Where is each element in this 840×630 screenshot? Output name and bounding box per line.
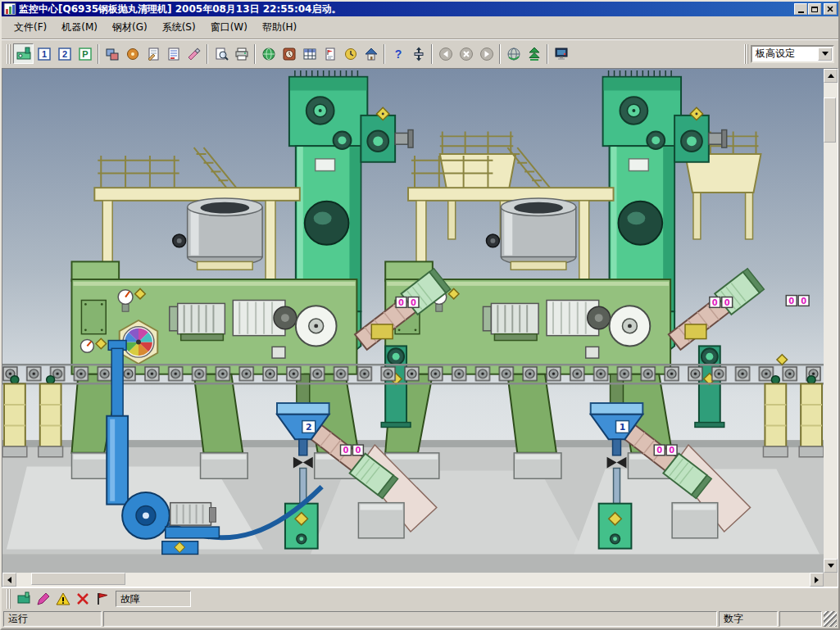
flag-button[interactable]: [93, 590, 111, 608]
fault-label: 故障: [120, 592, 140, 606]
numlock-indicator: 数字: [719, 611, 778, 627]
status-icon-row: 故障: [2, 587, 838, 610]
vertical-scrollbar-thumb[interactable]: [824, 97, 836, 143]
menu-window[interactable]: 窗口(W): [203, 16, 255, 39]
stop-nav-button[interactable]: [456, 43, 476, 64]
scroll-up-button[interactable]: [824, 69, 838, 83]
monitor-icon: [554, 47, 569, 61]
vertical-scrollbar-track[interactable]: [824, 83, 838, 559]
vertical-scrollbar[interactable]: [824, 69, 838, 573]
toolbar-separator: [384, 44, 385, 64]
stop-nav-icon: [459, 47, 474, 61]
maximize-button[interactable]: [808, 3, 821, 15]
run-globe-button[interactable]: [258, 43, 279, 64]
run-screen-icon: [16, 591, 31, 606]
net-alarm-icon: [282, 47, 297, 61]
toolbar-grip[interactable]: [744, 44, 748, 64]
print-button[interactable]: [231, 43, 252, 64]
adjust-button[interactable]: [408, 43, 429, 64]
app-window: 监控中心[Q6935钢板抛丸清理机] 2005年08月13日 22:55:04启…: [0, 0, 840, 630]
resize-grip[interactable]: [824, 611, 837, 627]
horizontal-scrollbar-thumb[interactable]: [31, 573, 125, 585]
toolbar-separator: [499, 44, 501, 64]
hopper-number-left: 2: [306, 422, 312, 433]
plate-height-select[interactable]: 板高设定: [751, 45, 834, 63]
clock-button[interactable]: [340, 43, 361, 64]
toolbar-separator: [254, 44, 256, 64]
scrollbar-corner: [824, 573, 838, 587]
windows-button[interactable]: [102, 43, 122, 64]
back-button[interactable]: [435, 43, 456, 64]
menu-steel[interactable]: 钢材(G): [105, 16, 155, 39]
svg-text:2: 2: [61, 49, 66, 59]
marker-icon: [36, 591, 51, 606]
world-icon: [506, 47, 521, 61]
warning-button[interactable]: [54, 590, 72, 608]
maximize-icon: [811, 7, 818, 12]
indicator-zero: 0: [801, 297, 806, 306]
forward-button[interactable]: [476, 43, 497, 64]
world-button[interactable]: [503, 43, 524, 64]
machine-view-button[interactable]: [13, 43, 34, 64]
status-extra-cell: [779, 611, 822, 627]
minimize-icon: [798, 11, 804, 13]
svg-text:P: P: [82, 49, 88, 59]
menubar: 文件(F) 机器(M) 钢材(G) 系统(S) 窗口(W) 帮助(H): [2, 16, 838, 39]
parameters-button[interactable]: P: [75, 43, 95, 64]
machine-schematic: 0 0 0 0: [2, 69, 824, 573]
help-button[interactable]: ?: [388, 43, 408, 64]
home-button[interactable]: [361, 43, 381, 64]
left-arrow-icon: [7, 577, 11, 583]
help-icon: ?: [391, 47, 406, 61]
scroll-left-button[interactable]: [2, 573, 16, 587]
clock-icon: [343, 47, 358, 61]
horizontal-scrollbar-track[interactable]: [16, 573, 810, 587]
log-button[interactable]: [143, 43, 163, 64]
run-status: 运行: [3, 611, 102, 627]
up-arrow-icon: [828, 74, 834, 78]
report-button[interactable]: [163, 43, 184, 64]
table-button[interactable]: [299, 43, 320, 64]
forward-icon: [479, 47, 494, 61]
preview-icon: [214, 47, 229, 61]
close-button[interactable]: [824, 3, 837, 15]
menu-machine[interactable]: 机器(M): [54, 16, 105, 39]
alarm-button[interactable]: [122, 43, 143, 64]
flag-report-button[interactable]: [320, 43, 340, 64]
screen-2-button[interactable]: 2: [54, 43, 75, 64]
print-icon: [234, 47, 249, 61]
app-icon: [3, 2, 16, 16]
fault-indicator: 故障: [116, 591, 191, 607]
minimize-button[interactable]: [794, 3, 807, 15]
plate-height-value: 板高设定: [752, 47, 818, 61]
indicator-zero: 0: [788, 297, 794, 306]
home-icon: [364, 47, 379, 61]
workspace: 0 0 0 0: [2, 68, 838, 587]
statusrow-grip[interactable]: [7, 589, 11, 609]
menu-system[interactable]: 系统(S): [155, 16, 203, 39]
close-icon: [827, 6, 833, 12]
horizontal-scrollbar[interactable]: [2, 573, 824, 587]
menu-file[interactable]: 文件(F): [7, 16, 54, 39]
preview-button[interactable]: [211, 43, 231, 64]
error-icon: [75, 591, 90, 606]
upload-button[interactable]: [524, 43, 544, 64]
scroll-right-button[interactable]: [810, 573, 824, 587]
marker-button[interactable]: [34, 590, 52, 608]
chevron-down-icon[interactable]: [818, 48, 832, 61]
parameters-icon: P: [78, 47, 93, 61]
screen-1-button[interactable]: 1: [34, 43, 54, 64]
scroll-down-button[interactable]: [824, 559, 838, 573]
toolbar-grip[interactable]: [7, 44, 11, 64]
machine-schematic-canvas[interactable]: 0 0 0 0: [2, 69, 824, 573]
error-button[interactable]: [74, 590, 92, 608]
edit-button[interactable]: [184, 43, 204, 64]
status-message-area: [103, 611, 717, 627]
toolbar: 1 2 P ? 板高设定: [2, 39, 838, 68]
run-screen-button[interactable]: [15, 590, 33, 608]
display-settings-button[interactable]: [551, 43, 571, 64]
table-icon: [302, 47, 317, 61]
toolbar-separator: [207, 44, 208, 64]
menu-help[interactable]: 帮助(H): [255, 16, 304, 39]
net-alarm-button[interactable]: [279, 43, 299, 64]
